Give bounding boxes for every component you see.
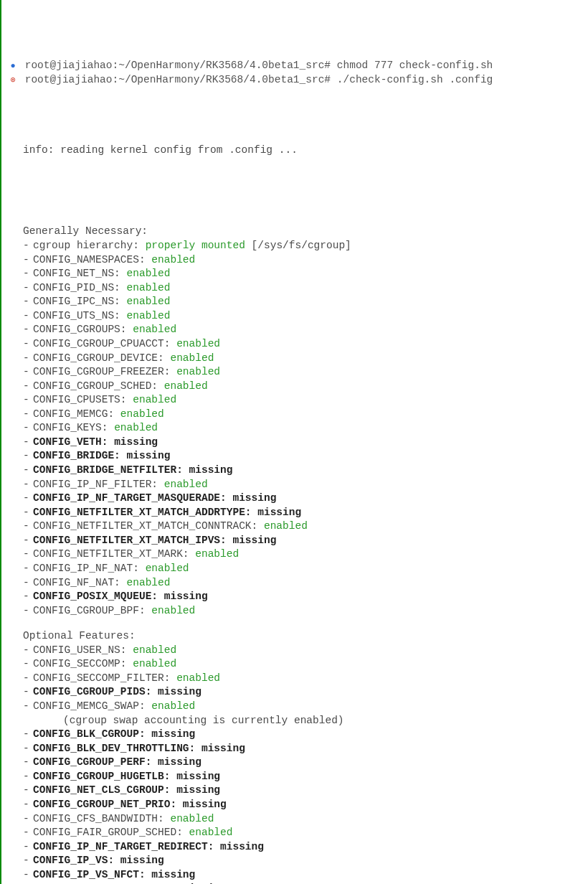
dash-icon: - — [23, 812, 33, 827]
config-item: -CONFIG_NETFILTER_XT_MATCH_IPVS: missing — [23, 534, 584, 548]
config-status: enabled — [146, 563, 189, 574]
config-item: -CONFIG_IP_NF_FILTER: enabled — [23, 478, 584, 492]
dash-icon: - — [23, 267, 33, 281]
config-status: enabled — [127, 310, 171, 321]
prompt-line: ● root@jiajiahao:~/OpenHarmony/RK3568/4.… — [6, 59, 584, 73]
config-status: enabled — [151, 605, 195, 616]
config-item: -CONFIG_NETFILTER_XT_MATCH_CONNTRACK: en… — [23, 519, 584, 534]
config-item: -CONFIG_CGROUP_CPUACCT: enabled — [23, 337, 584, 352]
config-item: -CONFIG_FAIR_GROUP_SCHED: enabled — [23, 826, 584, 840]
config-section: Generally Necessary:-cgroup hierarchy: p… — [23, 225, 584, 618]
dash-icon: - — [23, 239, 33, 253]
config-name: CONFIG_NAMESPACES: — [33, 254, 151, 265]
config-note: (cgroup swap accounting is currently ena… — [63, 714, 584, 728]
section-title: Generally Necessary: — [23, 225, 584, 239]
config-status: enabled — [133, 324, 176, 335]
config-status: enabled — [114, 422, 158, 433]
config-status: enabled — [164, 479, 208, 490]
config-name: CONFIG_USER_NS: — [33, 644, 133, 656]
prompt-area: ● root@jiajiahao:~/OpenHarmony/RK3568/4.… — [6, 59, 584, 87]
config-name: CONFIG_CPUSETS: — [33, 394, 133, 405]
prompt-text: root@jiajiahao:~/OpenHarmony/RK3568/4.0b… — [19, 59, 493, 73]
config-name: CONFIG_NF_NAT: — [33, 577, 127, 588]
config-status: enabled — [151, 254, 195, 265]
dash-icon: - — [23, 380, 33, 394]
dash-icon: - — [23, 700, 33, 714]
dash-icon: - — [23, 393, 33, 408]
dash-icon: - — [23, 840, 33, 855]
config-item: -CONFIG_CGROUPS: enabled — [23, 323, 584, 337]
config-item: -CONFIG_CPUSETS: enabled — [23, 393, 584, 408]
bullet-blue-icon: ● — [7, 60, 19, 72]
config-name: CONFIG_CGROUP_DEVICE: — [33, 352, 170, 364]
config-status: missing — [201, 743, 245, 754]
config-status: enabled — [127, 296, 171, 307]
config-item: -CONFIG_CFS_BANDWIDTH: enabled — [23, 812, 584, 827]
config-item: -CONFIG_USER_NS: enabled — [23, 644, 584, 658]
config-name: CONFIG_NET_CLS_CGROUP: — [33, 784, 176, 796]
config-item: -CONFIG_SECCOMP: enabled — [23, 657, 584, 672]
dash-icon: - — [23, 742, 33, 756]
config-item: -CONFIG_CGROUP_SCHED: enabled — [23, 380, 584, 394]
config-item: -CONFIG_CGROUP_NET_PRIO: missing — [23, 798, 584, 812]
config-name: CONFIG_KEYS: — [33, 422, 114, 433]
dash-icon: - — [23, 657, 33, 672]
dash-icon: - — [23, 576, 33, 591]
config-name: CONFIG_IP_NF_TARGET_REDIRECT: — [33, 841, 220, 852]
dash-icon: - — [23, 519, 33, 534]
config-name: CONFIG_NET_NS: — [33, 268, 127, 279]
dash-icon: - — [23, 784, 33, 798]
dash-icon: - — [23, 464, 33, 478]
config-name: CONFIG_MEMCG_SWAP: — [33, 700, 151, 712]
config-name: CONFIG_VETH: — [33, 436, 114, 448]
dash-icon: - — [23, 337, 33, 352]
config-status: missing — [183, 799, 227, 810]
config-item: -CONFIG_IP_NF_NAT: enabled — [23, 562, 584, 576]
config-item: -CONFIG_PID_NS: enabled — [23, 281, 584, 296]
dash-icon: - — [23, 826, 33, 840]
config-section: Optional Features:-CONFIG_USER_NS: enabl… — [23, 629, 584, 884]
config-name: CONFIG_CGROUP_NET_PRIO: — [33, 799, 183, 810]
dash-icon: - — [23, 854, 33, 868]
config-status: enabled — [170, 352, 214, 364]
config-name: CONFIG_POSIX_MQUEUE: — [33, 591, 164, 602]
config-item: -CONFIG_CGROUP_FREEZER: enabled — [23, 365, 584, 380]
config-suffix: [/sys/fs/cgroup] — [245, 240, 351, 251]
config-status: enabled — [164, 380, 208, 392]
config-item: -CONFIG_NETFILTER_XT_MATCH_ADDRTYPE: mis… — [23, 506, 584, 520]
config-name: CONFIG_NETFILTER_XT_MATCH_CONNTRACK: — [33, 520, 264, 532]
config-name: cgroup hierarchy: — [33, 240, 146, 251]
config-item: -CONFIG_IPC_NS: enabled — [23, 295, 584, 309]
dash-icon: - — [23, 770, 33, 784]
config-item: -CONFIG_BLK_DEV_THROTTLING: missing — [23, 742, 584, 756]
dash-icon: - — [23, 562, 33, 576]
config-status: missing — [164, 591, 208, 602]
dash-icon: - — [23, 408, 33, 422]
config-status: missing — [114, 436, 158, 448]
config-name: CONFIG_CFS_BANDWIDTH: — [33, 813, 170, 824]
config-status: enabled — [195, 548, 239, 560]
dash-icon: - — [23, 506, 33, 520]
config-name: CONFIG_UTS_NS: — [33, 310, 127, 321]
config-status: missing — [158, 686, 201, 697]
config-status: enabled — [170, 813, 214, 824]
dash-icon: - — [23, 728, 33, 742]
config-item: -CONFIG_SECCOMP_FILTER: enabled — [23, 672, 584, 686]
config-status: missing — [232, 492, 276, 504]
config-status: enabled — [133, 644, 176, 656]
config-item: -cgroup hierarchy: properly mounted [/sy… — [23, 239, 584, 253]
config-item: -CONFIG_BRIDGE_NETFILTER: missing — [23, 464, 584, 478]
config-name: CONFIG_CGROUP_PIDS: — [33, 686, 158, 697]
config-item: -CONFIG_NETFILTER_XT_MARK: enabled — [23, 547, 584, 562]
dash-icon: - — [23, 253, 33, 268]
config-name: CONFIG_IP_VS_NFCT: — [33, 869, 151, 880]
config-status: enabled — [133, 658, 176, 669]
config-name: CONFIG_CGROUPS: — [33, 324, 133, 335]
config-item: -CONFIG_POSIX_MQUEUE: missing — [23, 590, 584, 604]
config-item: -CONFIG_VETH: missing — [23, 436, 584, 450]
config-item: -CONFIG_IP_VS_NFCT: missing — [23, 868, 584, 883]
dash-icon: - — [23, 323, 33, 337]
dash-icon: - — [23, 604, 33, 619]
config-name: CONFIG_SECCOMP_FILTER: — [33, 672, 176, 684]
config-item: -CONFIG_MEMCG: enabled — [23, 408, 584, 422]
